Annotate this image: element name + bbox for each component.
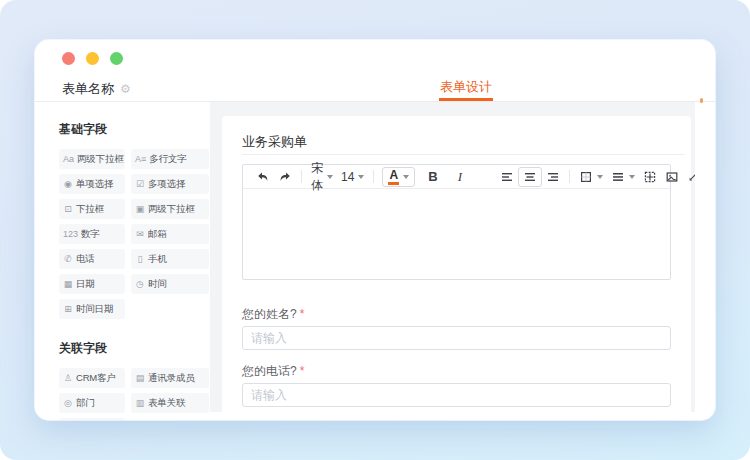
font-family-select[interactable]: 宋体 xyxy=(307,167,337,187)
text-icon: Aa xyxy=(63,155,74,164)
field-label: 您的电话? xyxy=(242,364,297,378)
editor-content-area[interactable] xyxy=(243,189,670,279)
radio-icon: ◉ xyxy=(63,180,73,189)
scrollbar-thumb[interactable] xyxy=(700,98,703,103)
form-relation-icon: ▥ xyxy=(135,399,145,408)
font-color-button[interactable]: A xyxy=(382,167,415,187)
phone-field-input[interactable] xyxy=(242,383,671,407)
header-tabs: 表单设计 xyxy=(217,76,715,101)
redo-button[interactable] xyxy=(274,167,296,187)
form-name: 表单名称 xyxy=(62,80,114,98)
field-item-contacts-member[interactable]: ▤通讯录成员 xyxy=(131,368,209,388)
line-height-icon xyxy=(611,170,625,184)
minimize-button[interactable] xyxy=(86,52,99,65)
chevron-down-icon xyxy=(358,175,364,179)
number-icon: 123 xyxy=(63,230,78,239)
contacts-icon: ▤ xyxy=(135,374,145,383)
border-icon xyxy=(579,170,593,184)
basic-fields-grid: Aa两级下拉框 A≡多行文字 ◉单项选择 ☑多项选择 ⊡下拉框 ▣两级下拉框 1… xyxy=(59,149,210,319)
field-item-form-relation[interactable]: ▥表单关联 xyxy=(131,393,209,413)
expand-icon xyxy=(687,170,695,183)
redo-icon xyxy=(278,170,292,184)
form-field-phone: 您的电话?* xyxy=(242,364,671,407)
font-size-select[interactable]: 14 xyxy=(337,167,368,187)
align-left-button[interactable] xyxy=(496,167,518,187)
toolbar-divider xyxy=(301,170,302,183)
form-card-title[interactable]: 业务采购单 xyxy=(242,133,671,151)
required-mark: * xyxy=(300,364,305,378)
image-icon xyxy=(665,170,679,184)
align-left-icon xyxy=(500,170,514,184)
align-right-button[interactable] xyxy=(542,167,564,187)
field-item-date[interactable]: ▦日期 xyxy=(59,274,125,294)
form-name-area: 表单名称 ⚙ xyxy=(35,76,217,101)
undo-icon xyxy=(256,170,270,184)
clock-icon: ◷ xyxy=(135,280,145,289)
app-header: 表单名称 ⚙ 表单设计 xyxy=(35,76,715,102)
align-right-icon xyxy=(546,170,560,184)
app-window: 表单名称 ⚙ 表单设计 基础字段 Aa两级下拉框 A≡多行文字 ◉单项选择 ☑多… xyxy=(35,40,715,420)
calendar-clock-icon: ⊞ xyxy=(63,305,73,314)
department-icon: ◎ xyxy=(63,399,73,408)
undo-button[interactable] xyxy=(252,167,274,187)
field-item-phone[interactable]: ✆电话 xyxy=(59,249,125,269)
table-icon xyxy=(643,170,657,184)
chevron-down-icon xyxy=(597,175,603,179)
font-color-icon: A xyxy=(388,169,399,185)
close-button[interactable] xyxy=(62,52,75,65)
multiline-text-icon: A≡ xyxy=(135,155,146,164)
field-item-two-level-select[interactable]: ▣两级下拉框 xyxy=(131,199,209,219)
editor-toolbar: 宋体 14 A B xyxy=(243,165,670,189)
field-library-sidebar: 基础字段 Aa两级下拉框 A≡多行文字 ◉单项选择 ☑多项选择 ⊡下拉框 ▣两级… xyxy=(35,102,210,420)
gear-icon[interactable]: ⚙ xyxy=(120,83,131,95)
field-item-department[interactable]: ◎部门 xyxy=(59,393,125,413)
field-label: 您的姓名? xyxy=(242,307,297,321)
maximize-button[interactable] xyxy=(110,52,123,65)
field-item-multi-choice[interactable]: ☑多项选择 xyxy=(131,174,209,194)
envelope-icon: ✉ xyxy=(135,230,145,239)
title-divider xyxy=(242,154,685,155)
field-item-time[interactable]: ◷时间 xyxy=(131,274,209,294)
chevron-down-icon xyxy=(327,175,333,179)
field-item-single-choice[interactable]: ◉单项选择 xyxy=(59,174,125,194)
table-button[interactable] xyxy=(639,167,661,187)
relation-fields-grid: ♙CRM客户 ▤通讯录成员 ◎部门 ▥表单关联 ⊕数据源 xyxy=(59,368,210,420)
chevron-down-icon xyxy=(403,175,409,179)
image-button[interactable] xyxy=(661,167,683,187)
field-item-number[interactable]: 123数字 xyxy=(59,224,125,244)
section-title-relation-fields: 关联字段 xyxy=(59,340,210,357)
form-canvas: 业务采购单 宋体 xyxy=(210,102,695,412)
line-height-button[interactable] xyxy=(607,167,639,187)
field-item-data-source[interactable]: ⊕数据源 xyxy=(59,418,125,420)
field-item-multiline-text[interactable]: A≡多行文字 xyxy=(131,149,209,169)
chevron-down-icon xyxy=(629,175,635,179)
page-background: 表单名称 ⚙ 表单设计 基础字段 Aa两级下拉框 A≡多行文字 ◉单项选择 ☑多… xyxy=(0,0,750,460)
toolbar-divider xyxy=(373,170,374,183)
form-field-name: 您的姓名?* xyxy=(242,307,671,350)
dropdown-icon: ⊡ xyxy=(63,205,73,214)
field-item-crm-customer[interactable]: ♙CRM客户 xyxy=(59,368,125,388)
name-field-input[interactable] xyxy=(242,326,671,350)
rich-text-editor: 宋体 14 A B xyxy=(242,164,671,280)
align-center-icon xyxy=(523,170,537,184)
field-item-cascade-select[interactable]: Aa两级下拉框 xyxy=(59,149,125,169)
border-button[interactable] xyxy=(575,167,607,187)
field-item-mobile[interactable]: ▯手机 xyxy=(131,249,209,269)
checkbox-icon: ☑ xyxy=(135,180,145,189)
expand-button[interactable] xyxy=(683,167,695,187)
two-level-dropdown-icon: ▣ xyxy=(135,205,145,214)
tab-form-design[interactable]: 表单设计 xyxy=(439,76,493,101)
toolbar-divider xyxy=(569,170,570,183)
form-card: 业务采购单 宋体 xyxy=(222,116,691,412)
required-mark: * xyxy=(300,307,305,321)
field-item-select[interactable]: ⊡下拉框 xyxy=(59,199,125,219)
window-titlebar xyxy=(35,40,715,76)
mobile-icon: ▯ xyxy=(135,255,145,264)
phone-icon: ✆ xyxy=(63,255,73,264)
person-icon: ♙ xyxy=(63,374,73,383)
bold-button[interactable]: B xyxy=(418,167,447,187)
field-item-datetime[interactable]: ⊞时间日期 xyxy=(59,299,125,319)
align-center-button[interactable] xyxy=(518,167,542,187)
field-item-email[interactable]: ✉邮箱 xyxy=(131,224,209,244)
italic-button[interactable]: I xyxy=(448,167,472,187)
